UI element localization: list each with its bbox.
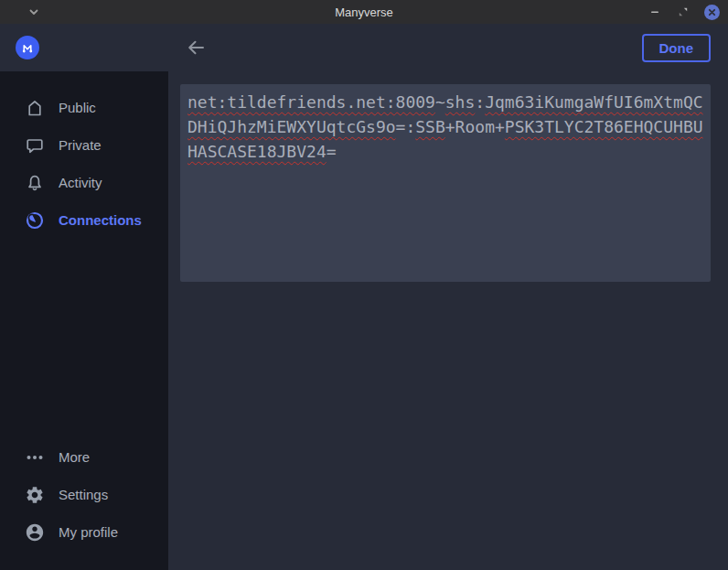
sidebar-nav-top: Public Private Activity Connections (0, 89, 168, 239)
text-segment: = (327, 142, 337, 161)
restore-button[interactable] (675, 4, 691, 20)
sidebar-item-label: Connections (59, 212, 142, 228)
app-window: Manyverse (0, 0, 728, 570)
chevron-down-icon (27, 5, 40, 18)
body: Public Private Activity Connections More… (0, 71, 728, 570)
close-button[interactable] (703, 4, 720, 20)
misspelled-segment: Jqm63iKumgaWfUI6mXtmQC (485, 92, 702, 112)
home-icon (25, 98, 45, 118)
text-segment: : (475, 92, 485, 112)
sidebar-item-label: More (59, 449, 90, 465)
misspelled-segment: net:tildefriends.net:8009 (187, 92, 435, 112)
minimize-button[interactable] (647, 4, 663, 20)
sidebar-item-more[interactable]: More (0, 438, 168, 476)
back-button[interactable] (186, 38, 206, 58)
sidebar-spacer (0, 239, 168, 438)
main-content: net:tildefriends.net:8009~shs:Jqm63iKumg… (168, 71, 728, 570)
invite-code-textarea[interactable]: net:tildefriends.net:8009~shs:Jqm63iKumg… (180, 84, 711, 282)
done-button[interactable]: Done (642, 34, 712, 62)
sidebar-item-label: Settings (59, 487, 108, 502)
manyverse-logo-icon (16, 36, 39, 59)
message-icon (25, 135, 45, 156)
close-icon (704, 5, 720, 20)
misspelled-segment: shs (445, 92, 476, 112)
text-segment: ~ (435, 92, 445, 112)
app-header: Done (0, 24, 728, 71)
minimize-icon (649, 6, 660, 17)
sidebar-item-my-profile[interactable]: My profile (0, 513, 168, 551)
invite-code-line: HASCASE18JBV24= (187, 139, 703, 164)
misspelled-segment: SSB (415, 117, 445, 136)
restore-icon (678, 6, 689, 17)
sidebar-item-connections[interactable]: Connections (0, 201, 168, 239)
window-controls (647, 4, 720, 20)
sidebar-item-label: Activity (59, 175, 102, 190)
profile-icon (25, 522, 45, 543)
sidebar-item-public[interactable]: Public (0, 89, 168, 126)
sidebar-item-label: Private (59, 137, 102, 153)
misspelled-segment: PSK3TLYC2T86EHQCUHBU (505, 117, 703, 136)
ellipsis-icon (25, 447, 45, 468)
sidebar-item-activity[interactable]: Activity (0, 164, 168, 201)
titlebar: Manyverse (0, 0, 728, 24)
gear-icon (25, 485, 45, 505)
sidebar-item-label: Public (59, 100, 96, 115)
window-menu-button[interactable] (27, 5, 40, 18)
text-segment: =: (396, 117, 416, 136)
invite-code-line: DHiQJhzMiEWXYUqtcGs9o=:SSB+Room+PSK3TLYC… (187, 114, 703, 139)
window-title: Manyverse (0, 5, 728, 19)
back-arrow-icon (186, 38, 206, 58)
sidebar-nav-bottom: More Settings My profile (0, 438, 168, 570)
misspelled-segment: HASCASE18JBV24 (187, 142, 327, 161)
sidebar-item-settings[interactable]: Settings (0, 476, 168, 513)
connections-icon (25, 210, 45, 231)
misspelled-segment: DHiQJhzMiEWXYUqtcGs9o (187, 117, 396, 136)
invite-code-line: net:tildefriends.net:8009~shs:Jqm63iKumg… (187, 90, 703, 114)
sidebar-item-private[interactable]: Private (0, 126, 168, 164)
text-segment: +Room+ (445, 117, 505, 136)
bell-icon (25, 173, 45, 193)
sidebar: Public Private Activity Connections More… (0, 71, 168, 570)
sidebar-item-label: My profile (59, 524, 118, 540)
